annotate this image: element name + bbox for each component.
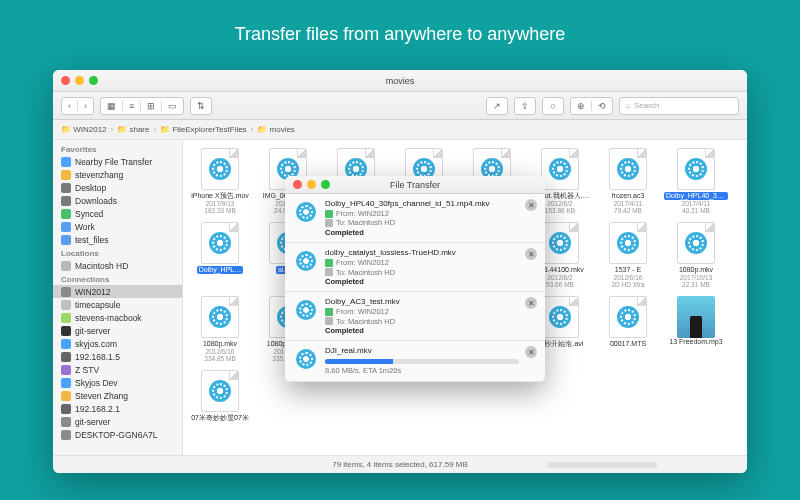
- sidebar-item-icon: [61, 326, 71, 336]
- sidebar-item-label: Nearby File Transfer: [75, 157, 152, 167]
- sidebar-item[interactable]: Steven Zhang: [53, 389, 182, 402]
- sidebar-item-label: stevenzhang: [75, 170, 123, 180]
- transfer-cancel-button[interactable]: ✕: [525, 199, 537, 211]
- sidebar-item[interactable]: WIN2012: [53, 285, 182, 298]
- tagline: Transfer files from anywhere to anywhere: [0, 0, 800, 61]
- file-date: 2012/6/16: [206, 348, 235, 355]
- transfer-cancel-button[interactable]: ✕: [525, 297, 537, 309]
- close-icon[interactable]: [293, 180, 302, 189]
- sidebar-item-label: git-server: [75, 417, 110, 427]
- file-item[interactable]: 1080p.mkv2012/6/16334.85 MB: [187, 294, 253, 364]
- file-icon: [541, 296, 579, 338]
- breadcrumb-item[interactable]: 📁 WIN2012: [61, 125, 107, 134]
- share-button[interactable]: ⇪: [514, 97, 536, 115]
- sidebar-item-icon: [61, 300, 71, 310]
- file-item[interactable]: frozen.ac32017/4/1179.42 MB: [595, 146, 661, 216]
- sidebar-item[interactable]: Nearby File Transfer: [53, 155, 182, 168]
- sidebar-item[interactable]: DESKTOP-GGN6A7L: [53, 428, 182, 441]
- close-icon[interactable]: [61, 76, 70, 85]
- sidebar-item[interactable]: git-server: [53, 415, 182, 428]
- transfer-file-name: DJI_real.mkv: [325, 346, 519, 356]
- sidebar-item-label: Desktop: [75, 183, 106, 193]
- action-button[interactable]: ↗: [486, 97, 508, 115]
- sidebar-item[interactable]: Work: [53, 220, 182, 233]
- file-icon: [201, 296, 239, 338]
- sidebar-item-label: Work: [75, 222, 95, 232]
- transfer-file-name: Dolby_AC3_test.mkv: [325, 297, 519, 307]
- search-icon: ⌕: [626, 101, 631, 110]
- file-date: 2012/6/2: [547, 200, 572, 207]
- file-size: 40.31 MB: [682, 207, 710, 214]
- transfer-cancel-button[interactable]: ✕: [525, 346, 537, 358]
- file-item[interactable]: Dolby_HPL40_30fps_channel_id_51…2017/4/1…: [663, 146, 729, 216]
- file-date: 2012/8/2: [547, 274, 572, 281]
- sidebar-item-icon: [61, 391, 71, 401]
- sidebar-item[interactable]: Z STV: [53, 363, 182, 376]
- transfer-status: Completed: [325, 326, 519, 335]
- titlebar: movies: [53, 70, 747, 92]
- nav-buttons[interactable]: ‹›: [61, 97, 94, 115]
- file-icon: [201, 222, 239, 264]
- transfer-to: To: Macintosh HD: [325, 317, 519, 326]
- sidebar-item[interactable]: Macintosh HD: [53, 259, 182, 272]
- file-item[interactable]: 1537 - E2012/6/162D HD Xtra: [595, 220, 661, 290]
- breadcrumb[interactable]: 📁 WIN2012›📁 share›📁 FileExplorerTestFile…: [53, 120, 747, 140]
- file-item[interactable]: 00017.MTS: [595, 294, 661, 364]
- sidebar-item[interactable]: Synced: [53, 207, 182, 220]
- zoom-icon[interactable]: [89, 76, 98, 85]
- sidebar-item[interactable]: git-server: [53, 324, 182, 337]
- zoom-icon[interactable]: [321, 180, 330, 189]
- view-buttons[interactable]: ▦≡⊞▭: [100, 97, 184, 115]
- sidebar-item[interactable]: timecapsule: [53, 298, 182, 311]
- sidebar-item[interactable]: skyjos.com: [53, 337, 182, 350]
- file-size: 53.66 MB: [546, 281, 574, 288]
- file-item[interactable]: Dolby_HPL…: [187, 220, 253, 290]
- sidebar-item-label: Z STV: [75, 365, 99, 375]
- sidebar-item[interactable]: 192.168.1.5: [53, 350, 182, 363]
- file-name: frozen.ac3: [612, 192, 645, 200]
- file-item[interactable]: iPhone X预告.mov2017/9/13183.33 MB: [187, 146, 253, 216]
- transfer-row: Dolby_HPL40_30fps_channel_id_51.mp4.mkvF…: [285, 194, 545, 243]
- sidebar-item[interactable]: Downloads: [53, 194, 182, 207]
- file-size: 183.33 MB: [204, 207, 235, 214]
- sidebar-item[interactable]: stevens-macbook: [53, 311, 182, 324]
- search-input[interactable]: ⌕Search: [619, 97, 739, 115]
- breadcrumb-item[interactable]: 📁 FileExplorerTestFiles: [160, 125, 246, 134]
- file-icon: [609, 296, 647, 338]
- transfer-to: To: Macintosh HD: [325, 218, 519, 227]
- sort-button[interactable]: ⇅: [190, 97, 212, 115]
- file-item[interactable]: 1080p.mkv2017/10/1322.31 MB: [663, 220, 729, 290]
- breadcrumb-item[interactable]: 📁 share: [117, 125, 149, 134]
- sidebar-item-label: Steven Zhang: [75, 391, 128, 401]
- sidebar-group: Locations: [53, 246, 182, 259]
- transfer-cancel-button[interactable]: ✕: [525, 248, 537, 260]
- extra-buttons[interactable]: ⊕⟲: [570, 97, 613, 115]
- file-date: 2017/10/13: [680, 274, 713, 281]
- sidebar-item-icon: [61, 404, 71, 414]
- tag-button[interactable]: ○: [542, 97, 564, 115]
- sidebar-item-label: git-server: [75, 326, 110, 336]
- sidebar-item-icon: [61, 430, 71, 440]
- sidebar-item-label: Macintosh HD: [75, 261, 128, 271]
- minimize-icon[interactable]: [75, 76, 84, 85]
- transfer-row: Dolby_AC3_test.mkvFrom: WIN2012To: Macin…: [285, 292, 545, 341]
- file-name: 07米奇妙妙屋07米: [191, 414, 249, 422]
- file-size: 22.31 MB: [682, 281, 710, 288]
- sidebar: FavoritesNearby File Transferstevenzhang…: [53, 140, 183, 455]
- file-name: 1537 - E: [615, 266, 641, 274]
- file-size: 2D HD Xtra: [611, 281, 644, 288]
- file-item[interactable]: 07米奇妙妙屋07米: [187, 368, 253, 424]
- sidebar-item[interactable]: Skyjos Dev: [53, 376, 182, 389]
- sidebar-item[interactable]: test_files: [53, 233, 182, 246]
- sidebar-item[interactable]: 192.168.2.1: [53, 402, 182, 415]
- breadcrumb-item[interactable]: 📁 movies: [257, 125, 295, 134]
- sidebar-item-icon: [61, 287, 71, 297]
- sidebar-item[interactable]: Desktop: [53, 181, 182, 194]
- sidebar-item-icon: [61, 365, 71, 375]
- file-item[interactable]: 13 Freedom.mp3: [663, 294, 729, 364]
- sidebar-item[interactable]: stevenzhang: [53, 168, 182, 181]
- file-size: 334.85 MB: [204, 355, 235, 362]
- minimize-icon[interactable]: [307, 180, 316, 189]
- window-title: movies: [53, 76, 747, 86]
- sidebar-item-icon: [61, 209, 71, 219]
